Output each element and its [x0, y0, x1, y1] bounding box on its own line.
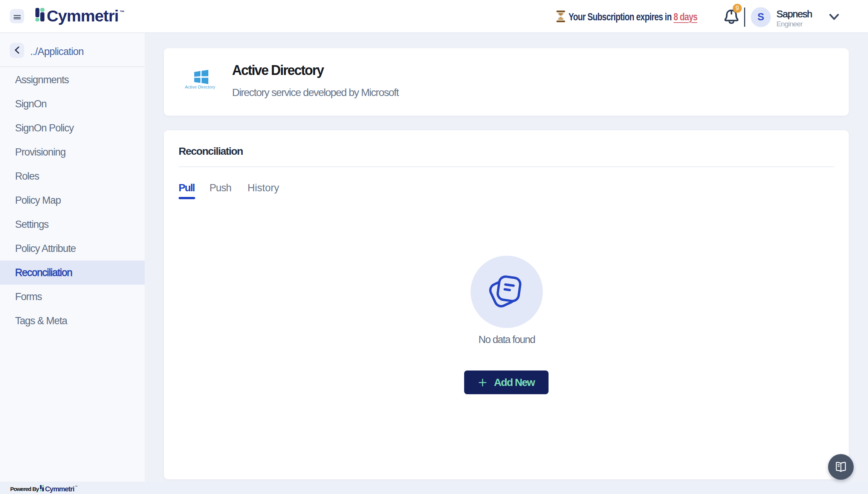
svg-text:™: ™: [75, 485, 78, 488]
svg-text:Cymmetri: Cymmetri: [45, 485, 74, 493]
svg-text:Active Directory: Active Directory: [185, 85, 215, 89]
